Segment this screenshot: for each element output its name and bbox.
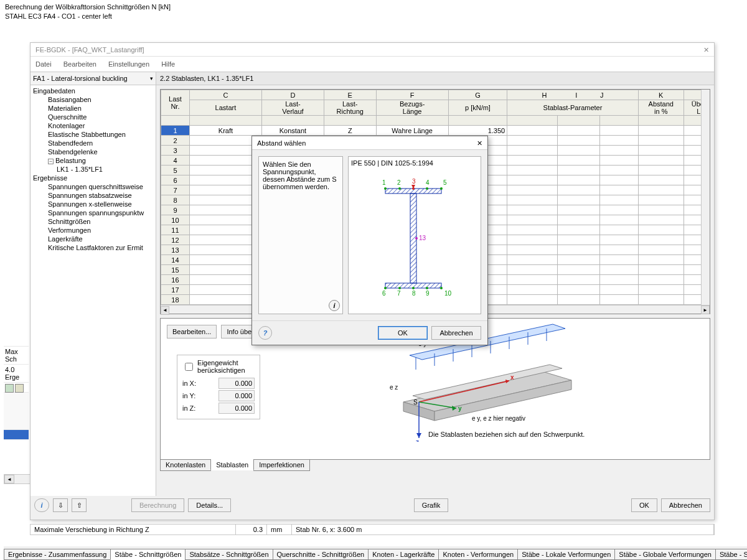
svg-text:9: 9 bbox=[426, 290, 430, 297]
tree-item[interactable]: Spannungen querschnittsweise bbox=[31, 182, 156, 191]
svg-point-34 bbox=[440, 187, 443, 190]
tree-item[interactable]: Verformungen bbox=[31, 226, 156, 235]
close-icon[interactable]: ✕ bbox=[703, 43, 709, 56]
menu-edit[interactable]: Bearbeiten bbox=[63, 60, 96, 68]
rtab[interactable]: Knoten - Lagerkräfte bbox=[368, 549, 439, 560]
svg-point-40 bbox=[440, 287, 443, 289]
menu-settings[interactable]: Einstellungen bbox=[108, 60, 149, 68]
rtab[interactable]: Querschnitte - Schnittgrößen bbox=[273, 549, 369, 560]
section-graphic[interactable]: 1 2 3 4 5 6 7 8 9 10 13 bbox=[351, 167, 476, 304]
dialog-cancel-button[interactable]: Abbrechen bbox=[431, 326, 481, 340]
menu-help[interactable]: Hilfe bbox=[161, 60, 175, 68]
tree-item[interactable]: Kritische Lastfaktoren zur Ermit bbox=[31, 243, 156, 252]
rtab[interactable]: Stäbe - Schnittgrößen bbox=[110, 549, 186, 560]
tree-item[interactable]: Spannungen x-stellenweise bbox=[31, 200, 156, 208]
close-icon[interactable]: ✕ bbox=[477, 136, 482, 149]
dialog-title: Abstand wählen bbox=[257, 136, 306, 149]
svg-text:10: 10 bbox=[444, 290, 452, 297]
tree-item[interactable]: Lagerkräfte bbox=[31, 235, 156, 243]
tree-item[interactable]: Stabendfedern bbox=[31, 139, 156, 147]
tree-item[interactable]: Basisangaben bbox=[31, 95, 156, 104]
case-combo[interactable]: FA1 - Lateral-torsional buckling▾ bbox=[31, 72, 156, 85]
frag-max: Max Sch bbox=[4, 346, 29, 365]
svg-text:7: 7 bbox=[397, 290, 401, 297]
dialog-ok-button[interactable]: OK bbox=[378, 326, 428, 340]
tree-item[interactable]: Querschnitte bbox=[31, 113, 156, 121]
calc-button[interactable]: Berechnung bbox=[131, 498, 184, 512]
tree-item[interactable]: Spannungen spannungspunktw bbox=[31, 208, 156, 217]
svg-text:e y, e z  hier negativ: e y, e z hier negativ bbox=[472, 415, 525, 422]
help-icon[interactable]: i bbox=[34, 498, 49, 512]
tree-item[interactable]: Elastische Stabbettungen bbox=[31, 130, 156, 139]
nav-tree[interactable]: Eingabedaten Basisangaben Materialien Qu… bbox=[31, 85, 156, 496]
abstand-dialog: Abstand wählen ✕ Wählen Sie den Spannung… bbox=[251, 136, 488, 345]
svg-point-39 bbox=[426, 287, 428, 289]
export-icon[interactable]: ⇩ bbox=[53, 498, 68, 512]
rtab[interactable]: Stäbe - Globale Verformungen bbox=[614, 549, 716, 560]
menu-bar: Datei Bearbeiten Einstellungen Hilfe bbox=[31, 57, 714, 72]
rtab[interactable]: Stäbe - Stabkennzahlen bbox=[715, 549, 747, 560]
grid-vscroll[interactable] bbox=[701, 90, 710, 305]
svg-text:z: z bbox=[416, 439, 419, 442]
svg-text:y: y bbox=[458, 405, 462, 412]
svg-text:x: x bbox=[510, 374, 514, 381]
svg-point-37 bbox=[398, 287, 401, 289]
inz-field[interactable] bbox=[218, 403, 255, 414]
eigengewicht-checkbox[interactable]: Eigengewicht berücksichtigen bbox=[182, 359, 255, 374]
edit-button[interactable]: Bearbeiten... bbox=[167, 325, 217, 338]
tree-lk1[interactable]: LK1 - 1.35*LF1 bbox=[31, 165, 156, 174]
svg-text:8: 8 bbox=[412, 290, 416, 297]
grafik-button[interactable]: Grafik bbox=[414, 498, 448, 512]
tree-item[interactable]: Spannungen stabsatzweise bbox=[31, 191, 156, 200]
svg-marker-18 bbox=[416, 433, 421, 438]
svg-text:2: 2 bbox=[397, 179, 401, 186]
tab-knotenlasten[interactable]: Knotenlasten bbox=[160, 460, 211, 471]
table-row[interactable]: 1 Kraft Konstant Z Wahre Länge 1.350 0.0… bbox=[161, 126, 702, 136]
menu-file[interactable]: Datei bbox=[35, 60, 52, 68]
svg-text:5: 5 bbox=[443, 179, 447, 186]
dialog-text: Wählen Sie den Spannungspunkt, dessen Ab… bbox=[263, 161, 339, 190]
svg-text:13: 13 bbox=[419, 235, 426, 241]
svg-point-31 bbox=[398, 187, 401, 190]
svg-point-36 bbox=[384, 287, 387, 289]
svg-text:S: S bbox=[413, 399, 418, 406]
rtab[interactable]: Stabsätze - Schnittgrößen bbox=[185, 549, 273, 560]
ok-button[interactable]: OK bbox=[631, 498, 657, 512]
svg-text:e z: e z bbox=[390, 384, 398, 391]
iso-note: Die Stablasten beziehen sich auf den Sch… bbox=[428, 431, 585, 438]
tree-belastung[interactable]: −Belastung bbox=[31, 156, 156, 165]
window-title: FE-BGDK - [FAQ_WKT_Lastangriff] bbox=[35, 43, 144, 56]
inx-field[interactable] bbox=[218, 378, 255, 389]
svg-text:3: 3 bbox=[412, 178, 416, 185]
import-icon[interactable]: ⇧ bbox=[72, 498, 87, 512]
cancel-button[interactable]: Abbrechen bbox=[661, 498, 710, 512]
status-bar: Maximale Verschiebung in Richtung Z 0.3 … bbox=[30, 524, 715, 535]
rtab[interactable]: Knoten - Verformungen bbox=[438, 549, 518, 560]
table-heading: 2.2 Stablasten, LK1 - 1.35*LF1 bbox=[156, 72, 714, 85]
svg-text:6: 6 bbox=[382, 290, 386, 297]
col-last-nr: Last Nr. bbox=[161, 90, 190, 116]
svg-point-38 bbox=[412, 287, 415, 289]
iny-field[interactable] bbox=[218, 390, 255, 401]
svg-point-30 bbox=[384, 187, 387, 190]
svg-point-33 bbox=[426, 187, 428, 190]
chevron-down-icon: ▾ bbox=[150, 75, 153, 82]
tree-item[interactable]: Materialien bbox=[31, 104, 156, 113]
tree-eingabedaten[interactable]: Eingabedaten bbox=[31, 86, 156, 95]
tab-stablasten[interactable]: Stablasten bbox=[210, 459, 254, 470]
tree-item[interactable]: Schnittgrößen bbox=[31, 217, 156, 226]
tree-item[interactable]: Knotenlager bbox=[31, 121, 156, 130]
details-button[interactable]: Details... bbox=[188, 498, 231, 512]
doc-line2: STAHL EC3 FA4 - CO1 - center left bbox=[5, 12, 742, 21]
rtab[interactable]: Ergebnisse - Zusammenfassung bbox=[4, 549, 111, 560]
rtab[interactable]: Stäbe - Lokale Verformungen bbox=[517, 549, 615, 560]
tree-item[interactable]: Stabendgelenke bbox=[31, 147, 156, 156]
svg-point-41 bbox=[415, 237, 418, 240]
tab-imperfektionen[interactable]: Imperfektionen bbox=[253, 460, 310, 471]
result-tabs[interactable]: Ergebnisse - Zusammenfassung Stäbe - Sch… bbox=[4, 546, 747, 560]
svg-text:4: 4 bbox=[426, 179, 430, 186]
svg-marker-35 bbox=[411, 185, 415, 189]
info-icon[interactable]: i bbox=[329, 300, 340, 311]
tree-ergebnisse[interactable]: Ergebnisse bbox=[31, 174, 156, 182]
dialog-help-icon[interactable]: ? bbox=[258, 326, 272, 340]
